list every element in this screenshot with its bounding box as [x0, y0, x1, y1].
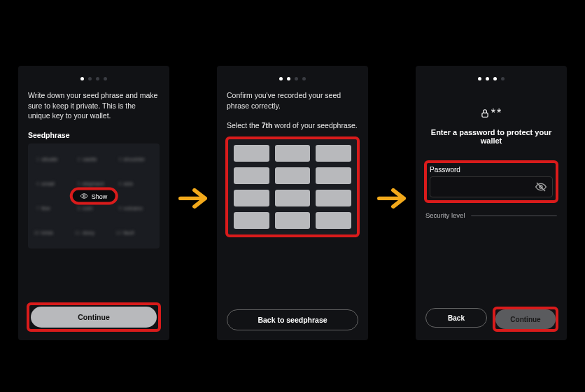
show-seedphrase-button[interactable]: Show	[71, 189, 117, 204]
word-option[interactable]	[316, 212, 351, 229]
word-option[interactable]	[234, 145, 269, 162]
lock-icon	[480, 108, 490, 119]
confirm-word-grid	[227, 138, 358, 236]
confirm-seedphrase-panel: Confirm you've recorded your seed phrase…	[217, 66, 368, 340]
show-button-label: Show	[92, 192, 108, 200]
word-option[interactable]	[275, 145, 311, 162]
password-input[interactable]	[436, 183, 535, 191]
step-dot	[96, 77, 99, 80]
password-block: Password	[425, 162, 557, 202]
eye-icon	[80, 192, 88, 200]
word-option[interactable]	[234, 212, 269, 229]
step-dot	[501, 77, 505, 80]
masked-password: **	[491, 107, 502, 119]
password-prompt: Enter a password to protect your wallet	[425, 128, 557, 145]
security-level-label: Security level	[425, 211, 465, 219]
word-option[interactable]	[316, 167, 351, 184]
step-dot	[88, 77, 92, 80]
word-option[interactable]	[275, 212, 311, 229]
seed-word: 9volcano	[115, 200, 154, 217]
step-dot	[295, 77, 298, 80]
seed-word: 12fault	[115, 224, 154, 241]
arrow-icon	[376, 183, 411, 219]
word-option[interactable]	[275, 167, 311, 184]
seed-word: 7few	[34, 200, 72, 217]
word-option[interactable]	[234, 167, 269, 184]
step-dot	[478, 77, 481, 80]
arrow-icon	[177, 183, 212, 219]
password-panel: ** Enter a password to protect your wall…	[416, 66, 567, 340]
password-label: Password	[430, 166, 553, 174]
step-dot	[104, 77, 107, 80]
password-input-wrap[interactable]	[430, 176, 553, 197]
svg-point-0	[83, 195, 85, 197]
back-button[interactable]: Back	[425, 308, 487, 328]
word-option[interactable]	[316, 145, 351, 162]
step-dot	[493, 77, 497, 80]
confirm-intro: Confirm you've recorded your seed phrase…	[227, 90, 358, 111]
seed-word: 6sick	[115, 175, 154, 192]
select-word-prompt: Select the 7th word of your seedphrase.	[227, 120, 358, 131]
seedphrase-label: Seedphrase	[28, 131, 160, 139]
continue-button[interactable]: Continue	[495, 309, 556, 329]
word-option[interactable]	[234, 190, 269, 206]
seed-word: 2castle	[75, 150, 113, 168]
step-dot	[302, 77, 306, 80]
continue-button[interactable]: Continue	[31, 307, 157, 328]
seed-word: 1situate	[34, 150, 72, 168]
seed-word: 11story	[75, 224, 113, 241]
seedphrase-box: 1situate 2castle 3shoulder 4small 5eleph…	[28, 144, 160, 248]
seedphrase-intro: Write down your seed phrase and make sur…	[28, 90, 160, 121]
step-dot	[80, 77, 84, 80]
seedphrase-panel: Write down your seed phrase and make sur…	[18, 66, 169, 340]
seed-word: 3shoulder	[115, 150, 154, 168]
seed-word: 10brisk	[34, 224, 72, 241]
step-dot	[279, 77, 283, 80]
svg-rect-1	[482, 113, 488, 117]
step-dot	[287, 77, 290, 80]
security-level: Security level	[425, 211, 557, 219]
step-dot	[486, 77, 489, 80]
continue-highlight: Continue	[494, 308, 557, 330]
word-option[interactable]	[316, 190, 351, 206]
continue-highlight: Continue	[28, 304, 160, 330]
security-level-bar	[471, 215, 558, 216]
stepper-dots	[227, 77, 358, 80]
word-option[interactable]	[275, 190, 311, 206]
stepper-dots	[28, 77, 160, 80]
seed-word: 4small	[34, 175, 72, 192]
back-to-seedphrase-button[interactable]: Back to seedphrase	[227, 309, 358, 330]
stepper-dots	[425, 77, 557, 80]
lock-indicator: **	[425, 107, 557, 120]
eye-off-icon[interactable]	[535, 181, 547, 192]
